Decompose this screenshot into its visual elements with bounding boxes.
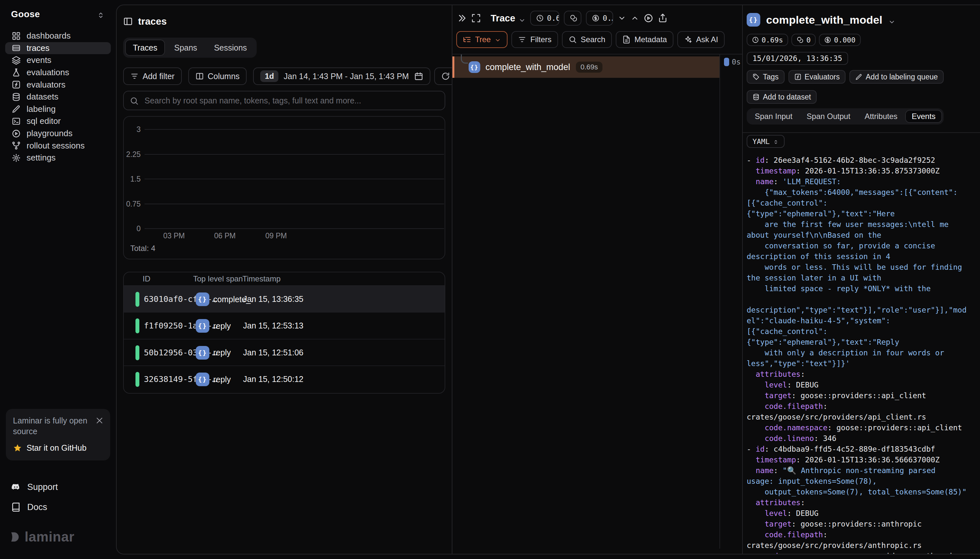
yaml-line: limited space - reply *ONLY* with the bbox=[747, 283, 980, 294]
trace-dropdown[interactable]: Trace bbox=[491, 13, 526, 24]
span-tab-attributes[interactable]: Attributes bbox=[858, 110, 904, 123]
dollar-icon bbox=[592, 14, 599, 22]
star-icon bbox=[13, 443, 22, 453]
ask-ai-button[interactable]: Ask AI bbox=[677, 31, 724, 48]
collapse-panel-icon[interactable] bbox=[457, 13, 467, 23]
tags-button[interactable]: Tags bbox=[747, 70, 785, 84]
sidebar-item-labeling[interactable]: labeling bbox=[5, 103, 111, 116]
y-axis-tick: 3 bbox=[124, 125, 141, 134]
x-axis-tick: 09 PM bbox=[266, 232, 287, 240]
span-tab-span-output[interactable]: Span Output bbox=[800, 110, 857, 123]
table-row[interactable]: 50b12956-03dc-…{}replyJan 15, 12:51:06 bbox=[124, 339, 445, 366]
yaml-line: el":"claude-haiku-4-5","system": bbox=[747, 316, 980, 326]
divider bbox=[743, 132, 980, 133]
sidebar-item-sql-editor[interactable]: sql editor bbox=[5, 115, 111, 127]
open-source-promo-card: Laminar is fully open source Star it on … bbox=[6, 409, 110, 460]
panel-left-icon[interactable] bbox=[123, 17, 133, 26]
sidebar-item-playgrounds[interactable]: playgrounds bbox=[5, 127, 111, 140]
sidebar-item-evaluations[interactable]: evaluations bbox=[5, 66, 111, 79]
share-icon[interactable] bbox=[658, 13, 668, 23]
span-details-panel: {} complete_with_model 0.69s 0 0.000 15 bbox=[742, 5, 980, 554]
yaml-line: {"type":"ephemeral"},"text":"Reply bbox=[747, 337, 980, 347]
sidebar-item-rollout-sessions[interactable]: rollout sessions bbox=[5, 139, 111, 152]
chart-gridline bbox=[145, 203, 444, 204]
sidebar-item-datasets[interactable]: datasets bbox=[5, 91, 111, 103]
timeline-separator bbox=[719, 55, 720, 549]
timestamp-cell: Jan 15, 12:50:12 bbox=[243, 374, 304, 384]
yaml-line: timestamp: 2026-01-15T13:36:35.875373000… bbox=[747, 166, 980, 176]
add-to-dataset-button[interactable]: Add to dataset bbox=[747, 90, 817, 104]
braces-icon: {} bbox=[747, 13, 760, 26]
span-tree-row[interactable]: {} complete_with_model 0.69s bbox=[452, 56, 719, 78]
yaml-line: crates/goose/src/providers/anthropic.rs bbox=[747, 540, 980, 551]
columns-button[interactable]: Columns bbox=[188, 68, 247, 85]
tab-traces[interactable]: Traces bbox=[125, 40, 165, 56]
span-tab-events[interactable]: Events bbox=[905, 110, 942, 123]
span-tab-span-input[interactable]: Span Input bbox=[748, 110, 799, 123]
laminar-mark-icon bbox=[10, 531, 22, 543]
date-range-button[interactable]: 1d Jan 14, 1:43 PM - Jan 15, 1:43 PM bbox=[253, 68, 430, 85]
tree-view-dropdown[interactable]: Tree bbox=[456, 31, 508, 48]
play-circle-icon[interactable] bbox=[643, 13, 653, 23]
table-row[interactable]: f1f09250-1a82-…{}replyJan 15, 12:53:13 bbox=[124, 313, 445, 339]
sidebar-link-docs[interactable]: Docs bbox=[0, 501, 116, 513]
traces-toolbar: Add filter Columns 1d Jan 14, 1:43 PM - … bbox=[123, 68, 460, 85]
chart-gridline bbox=[145, 129, 444, 130]
braces-icon: {} bbox=[196, 293, 210, 306]
timestamp-cell: Jan 15, 12:53:13 bbox=[243, 321, 304, 331]
close-icon[interactable] bbox=[95, 415, 104, 424]
add-filter-button[interactable]: Add filter bbox=[123, 68, 182, 85]
yaml-line: target: goose::providers::api_client bbox=[747, 390, 980, 401]
chevron-down-icon[interactable] bbox=[618, 14, 626, 22]
yaml-line: are the first few user messages:\ntell m… bbox=[747, 219, 980, 230]
braces-icon: {} bbox=[469, 61, 480, 73]
database-icon bbox=[752, 93, 760, 101]
tree-connector bbox=[461, 55, 468, 64]
evaluators-button[interactable]: Evaluators bbox=[789, 70, 846, 84]
table-row[interactable]: 32638149-5f95-…{}replyJan 15, 12:50:12 bbox=[124, 366, 445, 393]
yaml-line: target: goose::providers::anthropic bbox=[747, 519, 980, 529]
status-indicator bbox=[135, 345, 139, 360]
sidebar-item-settings[interactable]: settings bbox=[5, 152, 111, 164]
timeline-span-chip bbox=[724, 58, 729, 66]
columns-icon bbox=[195, 72, 204, 80]
chart-total-label: Total: 4 bbox=[130, 244, 155, 253]
sidebar-item-evaluators[interactable]: evaluators bbox=[5, 78, 111, 91]
workspace-switcher[interactable]: Goose bbox=[0, 0, 116, 20]
filters-button[interactable]: Filters bbox=[511, 31, 558, 48]
format-select[interactable]: YAML bbox=[747, 135, 785, 148]
status-indicator bbox=[135, 292, 139, 307]
sidebar-item-label: rollout sessions bbox=[26, 141, 84, 151]
file-text-icon bbox=[622, 35, 631, 44]
star-on-github-link[interactable]: Star it on GitHub bbox=[13, 443, 103, 453]
span-title: complete_with_model bbox=[766, 13, 883, 26]
search-input[interactable] bbox=[123, 91, 445, 110]
tab-spans[interactable]: Spans bbox=[166, 40, 205, 56]
top-level-span-cell: {}reply bbox=[196, 372, 231, 386]
sidebar-item-label: settings bbox=[26, 153, 56, 163]
layers-icon bbox=[12, 56, 21, 65]
table-row[interactable]: 63010af0-cf31-…{}complete_…Jan 15, 13:36… bbox=[124, 286, 445, 313]
span-timestamp: 15/01/2026, 13:36:35 bbox=[747, 52, 848, 65]
sparkles-icon bbox=[684, 35, 692, 44]
sidebar-item-events[interactable]: events bbox=[5, 54, 111, 66]
chevron-up-icon[interactable] bbox=[631, 14, 639, 22]
traces-page: traces TracesSpansSessions Add filter Co… bbox=[117, 5, 467, 554]
yaml-line: code.filepath: bbox=[747, 401, 980, 412]
sidebar-link-support[interactable]: Support bbox=[0, 481, 116, 493]
search-button[interactable]: Search bbox=[562, 31, 612, 48]
expand-fullscreen-icon[interactable] bbox=[471, 13, 481, 23]
metadata-button[interactable]: Metadata bbox=[616, 31, 673, 48]
chevron-down-icon[interactable] bbox=[888, 16, 896, 23]
add-to-labeling-queue-button[interactable]: Add to labeling queue bbox=[850, 70, 944, 84]
braces-icon: {} bbox=[196, 319, 210, 333]
span-name: reply bbox=[213, 348, 231, 357]
sidebar-item-dashboards[interactable]: dashboards bbox=[5, 30, 111, 42]
discord-icon bbox=[11, 482, 21, 492]
timestamp-cell: Jan 15, 12:51:06 bbox=[243, 348, 304, 357]
range-preset-badge: 1d bbox=[260, 70, 278, 82]
tab-sessions[interactable]: Sessions bbox=[206, 40, 254, 56]
sidebar-item-label: events bbox=[26, 55, 51, 65]
yaml-line: crates/goose/src/providers/api_client.rs bbox=[747, 412, 980, 422]
sidebar-item-traces[interactable]: traces bbox=[5, 42, 111, 55]
